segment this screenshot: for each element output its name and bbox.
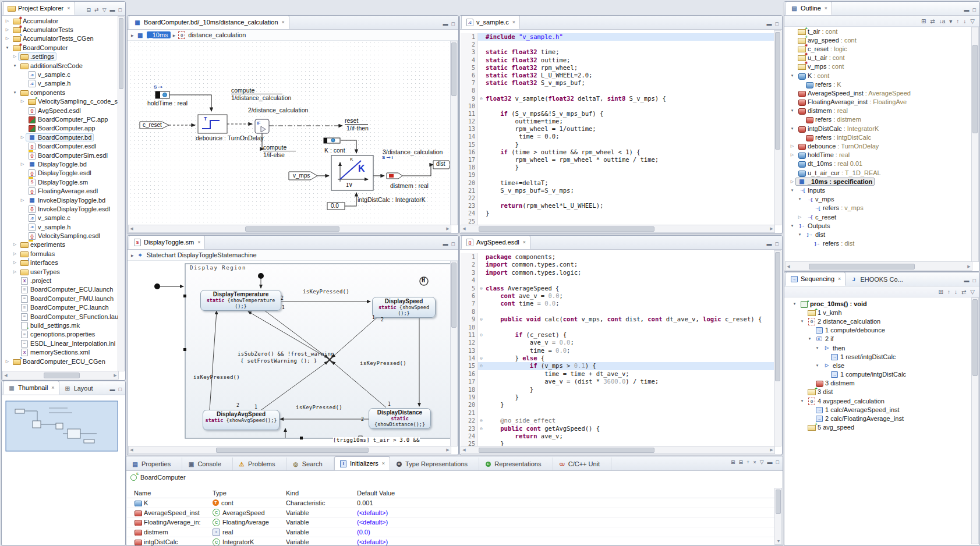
view-menu-icon[interactable]: ▽ — [102, 7, 107, 13]
expand-arrow-icon[interactable]: ▷ — [12, 270, 18, 274]
sequencing-vscrollbar[interactable] — [971, 297, 979, 544]
outline-tree[interactable]: t_air : cont avg_speed : cont c_reset : … — [785, 27, 972, 262]
sequence-item[interactable]: 1 calc/AverageSpeed_inst — [790, 405, 972, 414]
tree-item[interactable]: ▷ userTypes — [2, 267, 119, 276]
expand-arrow-icon[interactable]: ▷ — [4, 19, 10, 23]
transition-label[interactable]: Display Region — [190, 265, 246, 271]
tree-item[interactable]: v_sample.h — [2, 222, 119, 231]
code-line[interactable]: 13 ⊖ time = 0.0; — [461, 347, 774, 354]
sort-alpha-icon[interactable]: ↓a — [939, 18, 946, 24]
expand-arrow-icon[interactable]: ▾ — [789, 188, 795, 193]
diagram-label[interactable]: debounce : TurnOnDelay — [196, 134, 264, 141]
diagram-label[interactable]: 1/if-then — [346, 125, 369, 132]
diagram-label[interactable]: K — [350, 157, 353, 162]
outline-item[interactable]: ▷ holdTime : real — [787, 151, 972, 159]
outline-item[interactable]: c_reset : logic — [787, 44, 972, 53]
tree-item[interactable]: FloatingAverage.esdl — [2, 186, 119, 195]
expand-arrow-icon[interactable]: ▷ — [19, 135, 26, 140]
tree-item[interactable]: ▷ AccumulatorTests — [2, 25, 119, 34]
expand-arrow-icon[interactable]: ▾ — [799, 399, 805, 403]
table-row[interactable]: intgDistCalc IntegratorK Variable (<defa… — [127, 537, 776, 546]
outline-hscrollbar[interactable]: ◀ ▶ — [785, 261, 972, 271]
diagram-label[interactable]: K : cont — [324, 147, 345, 154]
code-line[interactable]: 5 ⊖ static float32 rpm_wheel; — [461, 64, 774, 72]
diagram-label[interactable]: dist — [436, 161, 445, 167]
close-icon[interactable]: × — [512, 19, 515, 25]
code-line[interactable]: 16 ⊖ time = time + dt_ave_v; — [461, 370, 774, 378]
breadcrumb-statemachine[interactable]: Statechart DisplayToggleStatemachine — [147, 251, 257, 258]
code-line[interactable]: 25 ⊖ — [461, 218, 774, 225]
chevron-icon[interactable]: ▶ — [131, 33, 134, 37]
diagram-label[interactable]: 1/distance_calculation — [231, 94, 291, 101]
scroll-left-icon[interactable]: ◀ — [461, 447, 467, 453]
expand-arrow-icon[interactable]: ▷ — [789, 144, 795, 148]
expand-arrow-icon[interactable]: ▷ — [4, 36, 10, 41]
code-line[interactable]: 9 ⊖ public void calc(cont v_mps, cont di… — [461, 315, 774, 323]
add-column-icon[interactable]: ⊞ — [731, 459, 735, 465]
table-row[interactable]: FloatingAverage_in: FloatingAverage Vari… — [127, 518, 776, 528]
tab-outline[interactable]: Outline × — [786, 1, 832, 15]
code-line[interactable]: 5 ⊖ class AverageSpeed { — [461, 285, 774, 292]
tab-thumbnail[interactable]: Thumbnail × — [3, 381, 59, 395]
outline-item[interactable]: refers : K — [787, 80, 972, 88]
expand-arrow-icon[interactable]: ▷ — [19, 198, 26, 203]
outline-item[interactable]: ▾ distmem : real — [787, 107, 972, 115]
bottom-vscrollbar[interactable]: ▼ — [774, 488, 782, 545]
tree-item[interactable]: BoardComputer.esdl — [2, 141, 119, 150]
tree-item[interactable]: ▷ interfaces — [2, 258, 119, 267]
minimize-icon[interactable]: ▬ — [443, 241, 448, 247]
col-default-value[interactable]: Default Value — [357, 490, 776, 497]
scroll-right-icon[interactable]: ▶ — [445, 447, 451, 453]
transition-label[interactable]: { setFrostWarning (); } — [240, 358, 317, 364]
minimize-icon[interactable]: ▬ — [110, 7, 115, 13]
tab-c-editor[interactable]: v_sample.c × — [461, 15, 520, 29]
code-line[interactable]: 8 ⊖ — [461, 87, 774, 94]
sequence-item[interactable]: ▾ 2 if — [790, 335, 972, 343]
code-line[interactable]: 12 ⊖ outtime=time; — [461, 118, 774, 125]
code-line[interactable]: 18 ⊖ } — [461, 386, 774, 393]
expand-arrow-icon[interactable]: ▾ — [789, 108, 795, 113]
cell-default-value[interactable]: 0.001 — [357, 499, 776, 506]
outline-item[interactable]: FloatingAverage_inst : FloatingAve — [787, 98, 972, 107]
expand-arrow-icon[interactable]: ▷ — [19, 99, 26, 104]
tab-project-explorer[interactable]: Project Explorer × — [3, 1, 75, 15]
diagram-label[interactable]: v_mps — [293, 172, 310, 179]
tree-item[interactable]: .project — [2, 276, 119, 285]
code-line[interactable]: 20 ⊖ } — [461, 401, 774, 409]
outline-item[interactable]: AverageSpeed_inst : AverageSpeed — [787, 88, 972, 97]
expand-arrow-icon[interactable]: ▾ — [797, 197, 803, 201]
fold-icon[interactable]: ⊖ — [478, 285, 484, 292]
transition-label[interactable]: 1 — [372, 315, 375, 320]
code-line[interactable]: 13 ⊖ rpm_wheel = 1/outtime; — [461, 125, 774, 133]
project-tree[interactable]: ▷ Accumulator ▷ AccumulatorTests ▷ Accum… — [2, 16, 119, 371]
code-line[interactable]: 12 ⊖ ave_v = 0.0; — [461, 339, 774, 346]
code-line[interactable]: 10 ⊖ — [461, 324, 774, 331]
code-line[interactable]: 23 ⊖ return(rpm_wheel*L_U_WHEEL); — [461, 202, 774, 210]
code-line[interactable]: 14 ⊖ time = 0.0; — [461, 133, 774, 140]
code-line[interactable]: 22 ⊖ — [461, 194, 774, 202]
transition-label[interactable]: 1 — [388, 402, 391, 407]
expand-arrow-icon[interactable]: ▷ — [12, 260, 18, 265]
code-line[interactable]: 6 ⊖ static float32 L_U_WHEEL=2.0; — [461, 72, 774, 79]
tree-item[interactable]: BoardComputer_SFunction.launch — [2, 312, 119, 321]
col-kind[interactable]: Kind — [286, 490, 357, 497]
close-icon[interactable]: × — [523, 239, 526, 245]
tree-item[interactable]: v_sample.h — [2, 79, 119, 88]
sequence-item[interactable]: ▾ then — [790, 343, 972, 352]
expand-arrow-icon[interactable]: ▾ — [12, 63, 18, 68]
code-line[interactable]: 2 ⊖ import common.types.cont; — [461, 261, 774, 268]
code-line[interactable]: 20 ⊖ time+=deltaT; — [461, 179, 774, 187]
maximize-icon[interactable]: □ — [973, 7, 976, 13]
code-line[interactable]: 10 ⊖ — [461, 102, 774, 110]
minimize-icon[interactable]: ▬ — [767, 459, 773, 465]
code-line[interactable]: 14 ⊖ } else { — [461, 354, 774, 362]
minimize-icon[interactable]: ▬ — [110, 387, 115, 392]
sort-menu-icon[interactable]: ▾ — [949, 18, 952, 24]
minimize-icon[interactable]: ▬ — [964, 278, 970, 283]
code-line[interactable]: 4 ⊖ static float32 outtime; — [461, 56, 774, 64]
cell-default-value[interactable]: (0.0) — [357, 529, 776, 536]
code-line[interactable]: 21 ⊖ — [461, 409, 774, 417]
transition-label[interactable]: 2 — [281, 296, 284, 301]
scroll-left-icon[interactable]: ◀ — [129, 447, 135, 453]
tree-item[interactable]: v_sample.c — [2, 214, 119, 222]
